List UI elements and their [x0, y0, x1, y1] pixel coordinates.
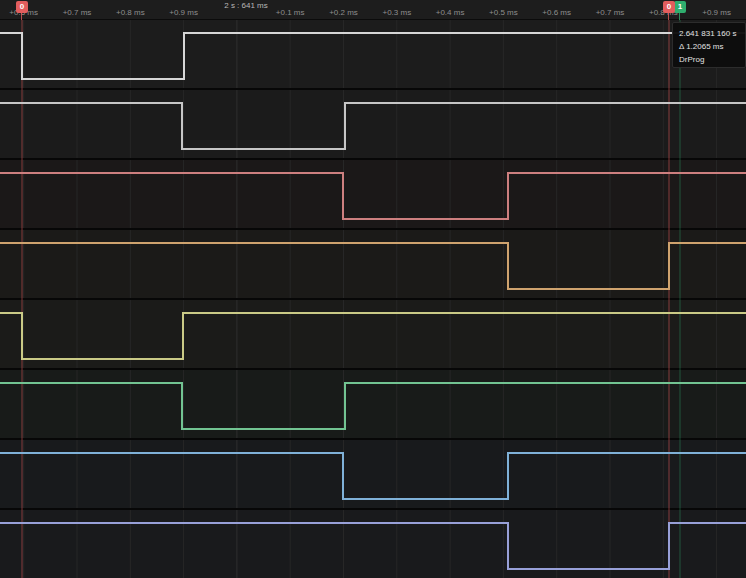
channel-row-bg[interactable]	[0, 369, 746, 439]
timing-marker-flag-1[interactable]: 0	[16, 1, 28, 13]
timing-marker-flag-2[interactable]: 0	[663, 1, 675, 13]
logic-analyzer-window: 2 s : 641 ms +0.6 ms+0.7 ms+0.8 ms+0.9 m…	[0, 0, 746, 578]
timeline-tick-label: +0.7 ms	[63, 8, 92, 17]
timeline-tick-label: +0.7 ms	[596, 8, 625, 17]
timeline-tick-label: +0.9 ms	[702, 8, 731, 17]
tooltip-delta-time: Δ 1.2065 ms	[679, 40, 745, 53]
timeline-ruler[interactable]: 2 s : 641 ms +0.6 ms+0.7 ms+0.8 ms+0.9 m…	[0, 0, 746, 20]
timeline-tick-label: +0.4 ms	[436, 8, 465, 17]
waveform-area[interactable]	[0, 19, 746, 578]
timing-marker-flag-0[interactable]: 1	[674, 1, 686, 13]
timeline-tick-label: +0.3 ms	[382, 8, 411, 17]
timeline-tick-label: +0.9 ms	[169, 8, 198, 17]
channel-row-bg[interactable]	[0, 509, 746, 578]
timeline-tick-label: +0.5 ms	[489, 8, 518, 17]
timeline-tick-label: +0.2 ms	[329, 8, 358, 17]
timeline-tick-label: +0.6 ms	[542, 8, 571, 17]
cursor-tooltip: 2.641 831 160 s Δ 1.2065 ms DrProg	[672, 22, 746, 68]
tooltip-signal-name: DrProg	[679, 53, 745, 66]
timeline-tick-label: +0.1 ms	[276, 8, 305, 17]
timeline-tick-label: +0.8 ms	[116, 8, 145, 17]
timeline-absolute-time: 2 s : 641 ms	[224, 1, 268, 10]
tooltip-absolute-time: 2.641 831 160 s	[679, 27, 745, 40]
channel-row-bg[interactable]	[0, 89, 746, 159]
